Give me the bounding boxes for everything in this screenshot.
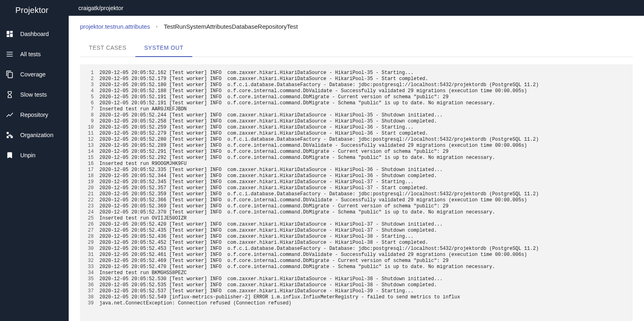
log-line-text: 2020-12-05 20:05:52.435 [Test worker] IN… bbox=[99, 228, 629, 234]
log-row: 25Inserted test run OVIIJE50OIZR bbox=[84, 215, 629, 222]
log-row: 52020-12-05 20:05:52.191 [Test worker] I… bbox=[84, 94, 629, 100]
log-line-number: 6 bbox=[84, 100, 99, 106]
log-row: 39java.net.ConnectException: Connection … bbox=[84, 300, 629, 306]
log-line-number: 12 bbox=[84, 137, 99, 143]
log-line-number: 29 bbox=[84, 240, 99, 246]
sidebar-item-label: Unpin bbox=[20, 152, 36, 158]
log-line-text: 2020-12-05 20:05:52.359 [Test worker] IN… bbox=[99, 191, 629, 197]
log-line-number: 3 bbox=[84, 82, 99, 88]
sidebar-item-repository[interactable]: Repository bbox=[0, 105, 69, 125]
log-line-text: 2020-12-05 20:05:52.335 [Test worker] IN… bbox=[99, 167, 629, 173]
log-row: 172020-12-05 20:05:52.335 [Test worker] … bbox=[84, 167, 629, 173]
log-line-text: 2020-12-05 20:05:52.258 [Test worker] IN… bbox=[99, 118, 629, 125]
log-line-number: 22 bbox=[84, 197, 99, 203]
log-line-number: 34 bbox=[84, 270, 99, 276]
log-line-text: 2020-12-05 20:05:52.280 [Test worker] IN… bbox=[99, 137, 629, 143]
repo-path: craigatk/projektor bbox=[78, 5, 123, 11]
log-row: 332020-12-05 20:05:52.470 [Test worker] … bbox=[84, 264, 629, 270]
sidebar-item-unpin[interactable]: Unpin bbox=[0, 145, 69, 165]
sidebar-item-slow-tests[interactable]: Slow tests bbox=[0, 84, 69, 105]
log-row: 16Inserted test run R9OOGMJHK9FU bbox=[84, 161, 629, 167]
list-icon bbox=[5, 49, 15, 59]
log-line-number: 24 bbox=[84, 209, 99, 215]
log-line-text: 2020-12-05 20:05:52.461 [Test worker] IN… bbox=[99, 252, 629, 258]
sidebar: Projektor DashboardAll testsCoverageSlow… bbox=[0, 0, 69, 321]
sidebar-item-all-tests[interactable]: All tests bbox=[0, 44, 69, 64]
log-line-text: Inserted test run OVIIJE50OIZR bbox=[99, 215, 629, 222]
log-line-text: 2020-12-05 20:05:52.530 [Test worker] IN… bbox=[99, 276, 629, 282]
timeline-icon bbox=[5, 110, 15, 120]
log-line-text: 2020-12-05 20:05:52.191 [Test worker] IN… bbox=[99, 100, 629, 106]
log-line-text: 2020-12-05 20:05:52.535 [Test worker] IN… bbox=[99, 282, 629, 288]
log-line-number: 25 bbox=[84, 215, 99, 222]
log-line-number: 30 bbox=[84, 246, 99, 252]
log-row: 212020-12-05 20:05:52.359 [Test worker] … bbox=[84, 191, 629, 197]
log-line-number: 17 bbox=[84, 167, 99, 173]
log-line-text: 2020-12-05 20:05:52.345 [Test worker] IN… bbox=[99, 179, 629, 185]
log-line-number: 33 bbox=[84, 264, 99, 270]
log-line-text: 2020-12-05 20:05:52.259 [Test worker] IN… bbox=[99, 125, 629, 131]
log-line-number: 36 bbox=[84, 282, 99, 288]
log-row: 142020-12-05 20:05:52.291 [Test worker] … bbox=[84, 149, 629, 155]
sidebar-item-label: Dashboard bbox=[20, 31, 49, 37]
log-row: 34Inserted test run BKMGHSS8PEZC bbox=[84, 270, 629, 276]
sidebar-item-label: Organization bbox=[20, 132, 53, 138]
log-row: 352020-12-05 20:05:52.530 [Test worker] … bbox=[84, 276, 629, 282]
log-row: 62020-12-05 20:05:52.191 [Test worker] I… bbox=[84, 100, 629, 106]
log-line-text: Inserted test run AAR0JXEFJBDN bbox=[99, 106, 629, 112]
log-row: 202020-12-05 20:05:52.357 [Test worker] … bbox=[84, 185, 629, 191]
log-row: 112020-12-05 20:05:52.279 [Test worker] … bbox=[84, 131, 629, 137]
log-line-text: 2020-12-05 20:05:52.191 [Test worker] IN… bbox=[99, 94, 629, 100]
log-line-number: 31 bbox=[84, 252, 99, 258]
log-line-text: Inserted test run R9OOGMJHK9FU bbox=[99, 161, 629, 167]
log-line-text: 2020-12-05 20:05:52.369 [Test worker] IN… bbox=[99, 203, 629, 209]
log-line-number: 8 bbox=[84, 112, 99, 118]
log-line-number: 37 bbox=[84, 288, 99, 294]
log-row: 92020-12-05 20:05:52.258 [Test worker] I… bbox=[84, 118, 629, 125]
log-row: 262020-12-05 20:05:52.420 [Test worker] … bbox=[84, 222, 629, 228]
main-area: craigatk/projektor projektor.testrun.att… bbox=[69, 0, 644, 321]
log-line-text: 2020-12-05 20:05:52.188 [Test worker] IN… bbox=[99, 88, 629, 94]
log-row: 122020-12-05 20:05:52.280 [Test worker] … bbox=[84, 137, 629, 143]
sidebar-items: DashboardAll testsCoverageSlow testsRepo… bbox=[0, 21, 69, 165]
sidebar-item-label: All tests bbox=[20, 51, 41, 57]
log-line-text: 2020-12-05 20:05:52.162 [Test worker] IN… bbox=[99, 70, 629, 76]
log-row: 32020-12-05 20:05:52.180 [Test worker] I… bbox=[84, 82, 629, 88]
log-line-number: 15 bbox=[84, 155, 99, 161]
log-row: 42020-12-05 20:05:52.188 [Test worker] I… bbox=[84, 88, 629, 94]
log-line-text: 2020-12-05 20:05:52.180 [Test worker] IN… bbox=[99, 82, 629, 88]
log-line-text: 2020-12-05 20:05:52.279 [Test worker] IN… bbox=[99, 131, 629, 137]
log-panel[interactable]: 12020-12-05 20:05:52.162 [Test worker] I… bbox=[80, 64, 633, 321]
log-line-number: 35 bbox=[84, 276, 99, 282]
tab-system-out[interactable]: SYSTEM OUT bbox=[135, 39, 192, 57]
log-line-number: 16 bbox=[84, 161, 99, 167]
breadcrumb-current: TestRunSystemAttributesDatabaseRepositor… bbox=[164, 23, 298, 30]
dashboard-icon bbox=[5, 29, 15, 39]
sidebar-item-coverage[interactable]: Coverage bbox=[0, 64, 69, 84]
log-line-number: 38 bbox=[84, 294, 99, 300]
log-line-number: 28 bbox=[84, 234, 99, 240]
log-line-text: 2020-12-05 20:05:52.549 [influx-metrics-… bbox=[99, 294, 629, 300]
copy-icon bbox=[5, 70, 15, 79]
log-line-number: 20 bbox=[84, 185, 99, 191]
sidebar-item-dashboard[interactable]: Dashboard bbox=[0, 24, 69, 44]
log-line-number: 7 bbox=[84, 106, 99, 112]
log-line-text: Inserted test run BKMGHSS8PEZC bbox=[99, 270, 629, 276]
log-line-text: 2020-12-05 20:05:52.470 [Test worker] IN… bbox=[99, 264, 629, 270]
sidebar-item-organization[interactable]: Organization bbox=[0, 125, 69, 145]
log-line-number: 23 bbox=[84, 203, 99, 209]
topbar: craigatk/projektor bbox=[69, 0, 644, 16]
tabs: TEST CASESSYSTEM OUT bbox=[80, 39, 633, 57]
breadcrumb-link[interactable]: projektor.testrun.attributes bbox=[80, 23, 150, 30]
log-row: 232020-12-05 20:05:52.369 [Test worker] … bbox=[84, 203, 629, 209]
log-row: 102020-12-05 20:05:52.259 [Test worker] … bbox=[84, 125, 629, 131]
log-row: 182020-12-05 20:05:52.344 [Test worker] … bbox=[84, 173, 629, 179]
tab-test-cases[interactable]: TEST CASES bbox=[80, 39, 135, 57]
log-line-text: 2020-12-05 20:05:52.420 [Test worker] IN… bbox=[99, 222, 629, 228]
log-row: 242020-12-05 20:05:52.370 [Test worker] … bbox=[84, 209, 629, 215]
log-line-number: 1 bbox=[84, 70, 99, 76]
log-line-number: 39 bbox=[84, 300, 99, 306]
log-line-number: 2 bbox=[84, 76, 99, 82]
log-row: 7Inserted test run AAR0JXEFJBDN bbox=[84, 106, 629, 112]
log-line-number: 14 bbox=[84, 149, 99, 155]
